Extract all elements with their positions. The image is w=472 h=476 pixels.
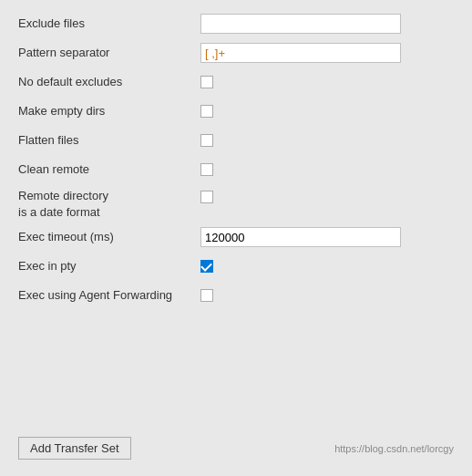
exclude-files-input[interactable] (200, 14, 401, 34)
exclude-files-row: Exclude files (18, 9, 454, 38)
remote-directory-checkbox-container (200, 191, 213, 203)
exec-in-pty-checkbox[interactable] (200, 260, 213, 273)
exec-agent-forwarding-checkbox-container (200, 289, 213, 302)
form-area: Exclude files Pattern separator No defau… (18, 9, 454, 433)
exec-agent-forwarding-label: Exec using Agent Forwarding (18, 287, 200, 304)
no-default-excludes-checkbox[interactable] (200, 76, 213, 88)
exec-agent-forwarding-checkbox[interactable] (200, 289, 213, 302)
pattern-separator-row: Pattern separator (18, 38, 454, 67)
remote-directory-checkbox[interactable] (200, 191, 213, 203)
no-default-excludes-checkbox-container (200, 76, 213, 88)
make-empty-dirs-checkbox-container (200, 105, 213, 118)
flatten-files-checkbox[interactable] (200, 134, 213, 147)
flatten-files-label: Flatten files (18, 132, 200, 149)
add-transfer-set-button[interactable]: Add Transfer Set (18, 437, 131, 460)
clean-remote-checkbox[interactable] (200, 163, 213, 176)
exec-timeout-row: Exec timeout (ms) (18, 222, 454, 252)
watermark-text: https://blog.csdn.net/lorcgy (334, 443, 454, 454)
make-empty-dirs-checkbox[interactable] (200, 105, 213, 118)
pattern-separator-label: Pattern separator (18, 45, 200, 61)
clean-remote-label: Clean remote (18, 161, 200, 178)
exec-in-pty-checkbox-container (200, 260, 213, 273)
footer: Add Transfer Set https://blog.csdn.net/l… (18, 433, 454, 467)
exec-in-pty-label: Exec in pty (18, 258, 200, 274)
exec-agent-forwarding-row: Exec using Agent Forwarding (18, 281, 454, 310)
clean-remote-checkbox-container (200, 163, 213, 176)
clean-remote-row: Clean remote (18, 155, 454, 184)
exec-timeout-input[interactable] (200, 227, 401, 247)
settings-panel: Exclude files Pattern separator No defau… (0, 0, 472, 476)
no-default-excludes-label: No default excludes (18, 74, 200, 90)
pattern-separator-input[interactable] (200, 43, 401, 63)
flatten-files-row: Flatten files (18, 126, 454, 155)
make-empty-dirs-row: Make empty dirs (18, 97, 454, 126)
remote-directory-row: Remote directory is a date format (18, 184, 454, 222)
no-default-excludes-row: No default excludes (18, 67, 454, 97)
remote-directory-label: Remote directory is a date format (18, 188, 200, 221)
exclude-files-label: Exclude files (18, 16, 200, 32)
exec-timeout-label: Exec timeout (ms) (18, 229, 200, 245)
exec-in-pty-row: Exec in pty (18, 252, 454, 281)
flatten-files-checkbox-container (200, 134, 213, 147)
make-empty-dirs-label: Make empty dirs (18, 103, 200, 119)
